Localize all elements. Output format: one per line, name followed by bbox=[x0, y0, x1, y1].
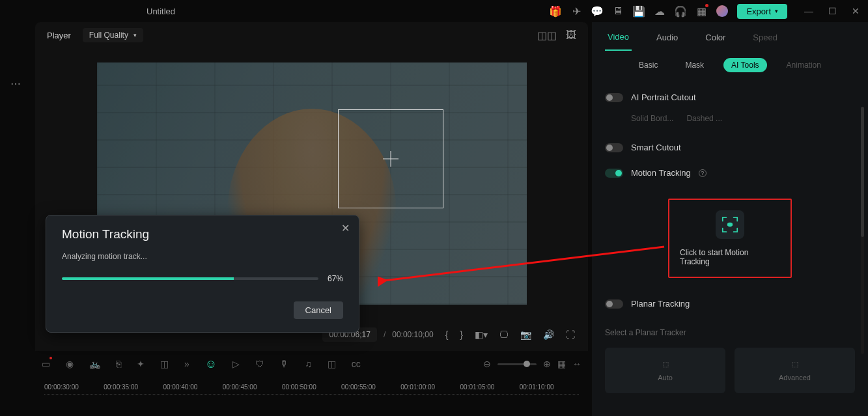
tool-icon[interactable]: ▭ bbox=[42, 359, 50, 369]
ruler-mark: 00:00:45:00 bbox=[223, 383, 282, 391]
quality-value: Full Quality bbox=[89, 31, 128, 40]
tool-icon[interactable]: 🚲 bbox=[89, 359, 100, 369]
zoom-out-icon[interactable]: ⊖ bbox=[483, 359, 491, 369]
display-icon[interactable]: 🖵 bbox=[499, 329, 509, 340]
total-time: 00:00:10;00 bbox=[392, 330, 433, 339]
maximize-button[interactable]: ☐ bbox=[826, 6, 838, 16]
subtab-mask[interactable]: Mask bbox=[677, 58, 712, 72]
tool-icon[interactable]: ✦ bbox=[137, 359, 145, 369]
dialog-title: Motion Tracking bbox=[62, 227, 343, 242]
close-window-button[interactable]: ✕ bbox=[850, 6, 861, 16]
chevron-down-icon: ▾ bbox=[133, 32, 137, 38]
start-motion-tracking-button[interactable]: Click to start Motion Tracking bbox=[668, 199, 792, 278]
snapshot-icon[interactable]: 📷 bbox=[520, 329, 531, 340]
timeline-ruler[interactable]: 00:00:30:00 00:00:35:00 00:00:40:00 00:0… bbox=[31, 377, 592, 396]
planar-tracking-label: Planar Tracking bbox=[631, 299, 690, 309]
tool-icon[interactable]: ◫ bbox=[328, 359, 336, 369]
tab-audio[interactable]: Audio bbox=[654, 25, 680, 50]
zoom-slider[interactable] bbox=[497, 363, 537, 365]
dialog-status: Analyzing motion track... bbox=[62, 252, 343, 261]
fullscreen-icon[interactable]: ⛶ bbox=[566, 329, 575, 340]
export-button[interactable]: Export ▾ bbox=[737, 4, 787, 19]
ruler-mark: 00:01:05:00 bbox=[460, 383, 520, 391]
tool-icon[interactable]: ⎘ bbox=[116, 359, 121, 369]
tab-video[interactable]: Video bbox=[605, 24, 632, 51]
motion-tracking-dialog: ✕ Motion Tracking Analyzing motion track… bbox=[46, 215, 359, 333]
cloud-icon[interactable]: ☁ bbox=[654, 5, 665, 17]
planar-advanced-label: Advanced bbox=[779, 374, 811, 381]
tab-speed[interactable]: Speed bbox=[750, 25, 780, 50]
ai-portrait-toggle[interactable] bbox=[605, 93, 623, 102]
planar-advanced-button[interactable]: ⬚ Advanced bbox=[735, 348, 855, 393]
subtab-animation[interactable]: Animation bbox=[779, 58, 829, 72]
motion-tracking-toggle[interactable] bbox=[605, 169, 623, 178]
save-icon[interactable]: 💾 bbox=[633, 5, 645, 17]
tool-icon[interactable]: ◉ bbox=[66, 359, 74, 369]
monitor-icon[interactable]: 🖥 bbox=[612, 5, 624, 17]
bracket-open-icon[interactable]: { bbox=[445, 329, 449, 340]
auto-icon: ⬚ bbox=[662, 360, 669, 368]
ruler-mark: 00:00:55:00 bbox=[341, 383, 400, 391]
close-dialog-button[interactable]: ✕ bbox=[341, 222, 350, 234]
planar-auto-button[interactable]: ⬚ Auto bbox=[605, 348, 725, 393]
time-separator: / bbox=[384, 330, 385, 339]
smart-cutout-label: Smart Cutout bbox=[631, 143, 681, 152]
gift-icon[interactable]: 🎁 bbox=[550, 5, 561, 17]
planar-tracking-toggle[interactable] bbox=[605, 299, 623, 309]
ruler-mark: 00:01:10:00 bbox=[520, 383, 579, 391]
scrollbar[interactable] bbox=[861, 107, 864, 354]
ruler-mark: 00:00:35:00 bbox=[104, 383, 163, 391]
export-label: Export bbox=[746, 7, 771, 16]
mic-icon[interactable]: 🎙 bbox=[280, 359, 289, 369]
minimize-button[interactable]: — bbox=[803, 6, 815, 16]
ai-face-icon[interactable]: ☺ bbox=[205, 357, 217, 371]
quality-select[interactable]: Full Quality ▾ bbox=[83, 28, 143, 42]
chat-icon[interactable]: 💬 bbox=[591, 5, 603, 17]
marker-icon[interactable]: ◧▾ bbox=[475, 329, 488, 340]
subtab-ai-tools[interactable]: AI Tools bbox=[723, 58, 766, 72]
ruler-mark: 00:00:40:00 bbox=[163, 383, 222, 391]
cc-icon[interactable]: cc bbox=[352, 359, 361, 369]
tab-color[interactable]: Color bbox=[703, 25, 728, 50]
svg-point-0 bbox=[727, 223, 733, 227]
subtab-basic[interactable]: Basic bbox=[631, 58, 665, 72]
planar-auto-label: Auto bbox=[658, 374, 673, 381]
ai-portrait-label: AI Portrait Cutout bbox=[631, 92, 696, 102]
ai-portrait-opt1: Solid Bord... bbox=[631, 114, 673, 123]
motion-tracking-label: Motion Tracking bbox=[631, 168, 691, 178]
smart-cutout-toggle[interactable] bbox=[605, 143, 623, 152]
image-icon[interactable]: 🖼 bbox=[566, 29, 576, 42]
tracking-box[interactable] bbox=[338, 109, 443, 208]
avatar-icon[interactable] bbox=[716, 5, 728, 17]
tool-icon[interactable]: ◫ bbox=[160, 359, 169, 369]
progress-percent: 67% bbox=[328, 274, 343, 283]
more-options-icon[interactable]: ⋯ bbox=[10, 77, 21, 90]
project-title: Untitled bbox=[147, 7, 175, 16]
zoom-in-icon[interactable]: ⊕ bbox=[543, 359, 551, 369]
ruler-mark: 00:00:30:00 bbox=[44, 383, 104, 391]
compare-icon[interactable]: ◫◫ bbox=[537, 29, 557, 42]
ruler-mark: 00:00:50:00 bbox=[282, 383, 341, 391]
apps-icon[interactable]: ▦ bbox=[695, 5, 707, 17]
headset-icon[interactable]: 🎧 bbox=[675, 5, 686, 17]
tool-icon[interactable]: ▷ bbox=[232, 359, 240, 369]
ai-portrait-opt2: Dashed ... bbox=[686, 114, 722, 123]
chevron-down-icon: ▾ bbox=[775, 8, 778, 14]
progress-bar bbox=[62, 277, 318, 280]
chevron-right-icon[interactable]: » bbox=[184, 359, 189, 369]
mt-start-label: Click to start Motion Tracking bbox=[680, 248, 780, 266]
grid-icon[interactable]: ▦ bbox=[557, 359, 566, 369]
info-icon[interactable]: ? bbox=[699, 169, 707, 177]
volume-icon[interactable]: 🔊 bbox=[543, 329, 554, 340]
tool-icon[interactable]: 🛡 bbox=[255, 359, 264, 369]
cancel-button[interactable]: Cancel bbox=[294, 301, 343, 319]
music-icon[interactable]: ♫ bbox=[305, 359, 312, 369]
bracket-close-icon[interactable]: } bbox=[460, 329, 463, 340]
player-label: Player bbox=[47, 31, 71, 40]
planar-select-label: Select a Planar Tracker bbox=[605, 323, 855, 342]
send-icon[interactable]: ✈ bbox=[570, 5, 582, 17]
ruler-mark: 00:01:00:00 bbox=[400, 383, 460, 391]
advanced-icon: ⬚ bbox=[792, 360, 798, 368]
expand-icon[interactable]: ↔ bbox=[572, 359, 581, 369]
motion-tracking-icon bbox=[716, 210, 744, 239]
